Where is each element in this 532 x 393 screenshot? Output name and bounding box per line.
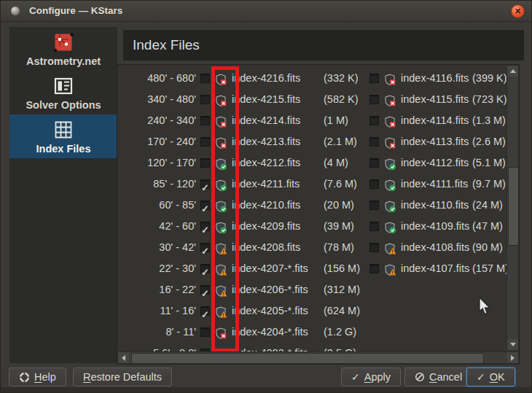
- index-file-size: (47 M): [472, 216, 503, 237]
- list-item: 8' - 11'index-4204-*.fits(1.2 G): [117, 322, 519, 343]
- list-item: 340' - 480'index-4215.fits(582 K)index-4…: [117, 89, 519, 110]
- index-file-name: index-4113.fits: [401, 131, 469, 152]
- index-file-checkbox[interactable]: [200, 74, 210, 83]
- index-file-checkbox[interactable]: [200, 327, 210, 337]
- security-shield-ok-icon: [215, 199, 227, 211]
- index-file-size: (9.7 M): [472, 174, 506, 195]
- index-file-checkbox[interactable]: [200, 137, 210, 147]
- index-file-checkbox[interactable]: [369, 243, 379, 252]
- index-file-checkbox[interactable]: [200, 95, 210, 104]
- solver-options-icon: [9, 75, 117, 98]
- index-file-name: index-4208.fits: [232, 237, 300, 258]
- titlebar[interactable]: Configure — KStars ✕: [1, 1, 531, 22]
- index-file-size: (157 M): [472, 258, 509, 279]
- list-item: 16' - 22'index-4206-*.fits(312 M): [117, 279, 519, 300]
- list-item: 240' - 340'index-4214.fits(1 M)index-411…: [117, 110, 519, 131]
- index-file-size: (312 M): [324, 279, 360, 300]
- left-arrow-icon: [122, 355, 125, 361]
- index-file-size: (399 K): [472, 68, 507, 89]
- angle-range-label: 8' - 11': [125, 322, 196, 343]
- index-file-checkbox[interactable]: [200, 285, 210, 295]
- index-file-checkbox[interactable]: [369, 137, 379, 147]
- angle-range-label: 16' - 22': [125, 279, 196, 300]
- apply-button[interactable]: ✓Apply: [341, 367, 401, 386]
- sidebar-item-label: Index Files: [9, 143, 117, 155]
- index-file-size: (332 K): [324, 68, 359, 89]
- angle-range-label: 30' - 42': [125, 237, 196, 258]
- cancel-button[interactable]: Cancel: [404, 367, 472, 386]
- index-file-name: index-4204-*.fits: [232, 322, 308, 343]
- security-shield-error-icon: [215, 93, 227, 106]
- index-file-name: index-4207-*.fits: [232, 258, 308, 279]
- security-shield-ok-icon: [384, 178, 396, 190]
- restore-defaults-button[interactable]: Restore Defaults: [73, 367, 172, 386]
- index-file-size: (4 M): [324, 152, 348, 174]
- index-file-checkbox[interactable]: [369, 201, 379, 210]
- index-files-grid-icon: [9, 119, 117, 142]
- angle-range-label: 120' - 170': [125, 152, 196, 174]
- index-file-size: (1.2 G): [324, 322, 356, 343]
- index-file-checkbox[interactable]: [369, 264, 379, 273]
- security-shield-warn-icon: [215, 262, 227, 275]
- index-file-size: (7.6 M): [324, 174, 357, 195]
- index-file-size: (2.1 M): [324, 131, 357, 152]
- scroll-left-button[interactable]: [118, 352, 129, 363]
- index-file-checkbox[interactable]: [369, 158, 379, 168]
- index-file-checkbox[interactable]: [369, 179, 379, 189]
- security-shield-ok-icon: [215, 220, 227, 233]
- angle-range-label: 11' - 16': [125, 300, 196, 322]
- ok-button[interactable]: ✓OK: [466, 367, 515, 386]
- vertical-scrollbar-thumb[interactable]: [508, 167, 519, 246]
- security-shield-error-icon: [215, 136, 227, 148]
- horizontal-scrollbar[interactable]: [117, 351, 519, 364]
- index-file-checkbox[interactable]: [200, 116, 210, 125]
- list-item: 11' - 16'index-4205-*.fits(624 M): [117, 300, 519, 322]
- list-item: 30' - 42'index-4208.fits(78 M)index-4108…: [117, 237, 519, 258]
- window-menu-icon[interactable]: [11, 7, 20, 15]
- close-button[interactable]: ✕: [511, 4, 525, 18]
- sidebar-item-label: Astrometry.net: [9, 55, 117, 67]
- index-file-checkbox[interactable]: [369, 222, 379, 231]
- scroll-right-button[interactable]: [507, 352, 518, 363]
- help-button[interactable]: Help: [9, 367, 66, 386]
- index-file-name: index-4210.fits: [232, 195, 300, 216]
- angle-range-label: 340' - 480': [125, 89, 196, 110]
- angle-range-label: 240' - 340': [125, 110, 196, 131]
- index-file-size: (1.3 M): [472, 110, 506, 131]
- angle-range-label: 22' - 30': [125, 258, 196, 279]
- scroll-down-button[interactable]: [507, 339, 518, 350]
- index-file-checkbox[interactable]: [200, 243, 210, 252]
- sidebar-item-solver[interactable]: Solver Options: [9, 71, 117, 114]
- index-file-name: index-4211.fits: [232, 174, 300, 195]
- index-file-name: index-4110.fits: [401, 195, 469, 216]
- index-file-checkbox[interactable]: [200, 158, 210, 168]
- index-file-checkbox[interactable]: [369, 116, 379, 125]
- index-file-name: index-4205-*.fits: [232, 300, 308, 322]
- security-shield-error-icon: [215, 72, 227, 85]
- list-item: 42' - 60'index-4209.fits(39 M)index-4109…: [117, 216, 519, 237]
- security-shield-ok-icon: [384, 199, 396, 211]
- security-shield-error-icon: [384, 136, 396, 148]
- security-shield-warn-icon: [384, 241, 396, 254]
- list-item: 480' - 680'index-4216.fits(332 K)index-4…: [117, 68, 519, 89]
- sidebar-item-astrometry[interactable]: Astrometry.net: [9, 27, 117, 71]
- angle-range-label: 480' - 680': [125, 68, 196, 89]
- index-file-name: index-4112.fits: [401, 152, 469, 174]
- index-file-checkbox[interactable]: [200, 264, 210, 273]
- index-file-checkbox[interactable]: [369, 95, 379, 104]
- index-file-checkbox[interactable]: [200, 222, 210, 231]
- index-file-size: (20 M): [324, 195, 354, 216]
- window-bottom-edge: [1, 387, 531, 392]
- horizontal-scrollbar-thumb[interactable]: [131, 353, 484, 364]
- index-file-checkbox[interactable]: [369, 74, 379, 83]
- sidebar-item-index[interactable]: Index Files: [9, 114, 117, 158]
- index-file-size: (156 M): [324, 258, 360, 279]
- index-file-checkbox[interactable]: [200, 179, 210, 189]
- button-label: Restore Defaults: [83, 371, 162, 383]
- button-label: Apply: [364, 371, 391, 383]
- index-file-checkbox[interactable]: [200, 306, 210, 316]
- scroll-up-button[interactable]: [507, 66, 518, 77]
- security-shield-error-icon: [384, 93, 396, 106]
- vertical-scrollbar[interactable]: [506, 65, 519, 351]
- index-file-checkbox[interactable]: [200, 201, 210, 210]
